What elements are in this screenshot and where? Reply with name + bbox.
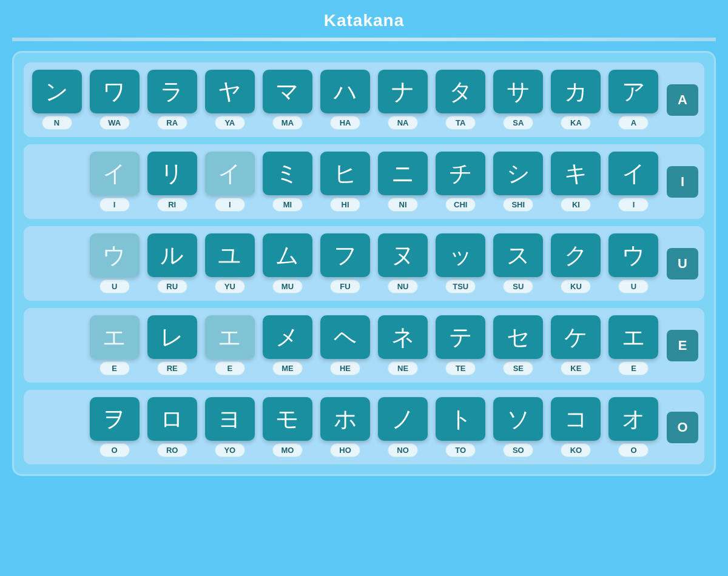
kana-character-ka: カ bbox=[551, 70, 601, 113]
kana-cell[interactable]: ルRU bbox=[145, 233, 199, 293]
romaji-label-o: O bbox=[99, 443, 130, 457]
kana-cell[interactable]: ロRO bbox=[145, 397, 199, 457]
romaji-label-u: U bbox=[99, 280, 130, 293]
kana-character-i: イ bbox=[205, 152, 255, 195]
kana-character-ke: ケ bbox=[551, 315, 601, 359]
kana-cell[interactable]: マMA bbox=[260, 70, 314, 130]
kana-cell[interactable]: ンN bbox=[30, 70, 84, 130]
kana-character-te: テ bbox=[436, 315, 485, 359]
romaji-label-hi: HI bbox=[330, 198, 360, 212]
kana-character-su: ス bbox=[493, 233, 543, 277]
romaji-label-n: N bbox=[42, 116, 72, 130]
kana-character-i: イ bbox=[90, 152, 140, 195]
kana-cell[interactable]: ノNO bbox=[376, 397, 430, 457]
kana-cell[interactable]: タTA bbox=[434, 70, 488, 130]
kana-character-o: ヲ bbox=[90, 397, 140, 441]
kana-cell[interactable]: ヲO bbox=[87, 397, 141, 457]
kana-cell[interactable]: スSU bbox=[491, 233, 545, 293]
kana-character-me: メ bbox=[263, 315, 312, 359]
romaji-label-ki: KI bbox=[561, 198, 591, 212]
kana-character-na: ナ bbox=[378, 70, 428, 113]
kana-cell[interactable]: イI bbox=[203, 152, 257, 212]
kana-cell[interactable]: エE bbox=[87, 315, 141, 375]
kana-cell[interactable]: ホHO bbox=[318, 397, 372, 457]
kana-cell[interactable]: メME bbox=[260, 315, 314, 375]
kana-cell[interactable]: ネNE bbox=[376, 315, 430, 375]
kana-character-sa: サ bbox=[493, 70, 543, 113]
kana-cell[interactable]: レRE bbox=[145, 315, 199, 375]
romaji-label-e: E bbox=[215, 361, 245, 375]
kana-cell[interactable]: ミMI bbox=[260, 152, 314, 212]
kana-cell[interactable]: ハHA bbox=[318, 70, 372, 130]
romaji-label-wa: WA bbox=[99, 116, 130, 130]
romaji-label-ke: KE bbox=[561, 361, 591, 375]
kana-cell[interactable]: カKA bbox=[549, 70, 603, 130]
kana-cell[interactable]: クKU bbox=[549, 233, 603, 293]
kana-cell[interactable]: ッTSU bbox=[434, 233, 488, 293]
kana-cell[interactable]: フFU bbox=[318, 233, 372, 293]
kana-cell[interactable]: キKI bbox=[549, 152, 603, 212]
romaji-label-chi: CHI bbox=[445, 198, 476, 212]
romaji-label-ne: NE bbox=[388, 361, 418, 375]
kana-cell[interactable]: ヘHE bbox=[318, 315, 372, 375]
kana-cell[interactable]: モMO bbox=[260, 397, 314, 457]
kana-cell[interactable]: ムMU bbox=[260, 233, 314, 293]
kana-character-mi: ミ bbox=[263, 152, 312, 195]
row-block-u: ウUルRUユYUムMUフFUヌNUッTSUスSUクKUウUU bbox=[24, 226, 704, 301]
kana-cell[interactable]: ヤYA bbox=[203, 70, 257, 130]
kana-character-wa: ワ bbox=[90, 70, 140, 113]
kana-character-yo: ヨ bbox=[205, 397, 255, 441]
romaji-label-ka: KA bbox=[561, 116, 591, 130]
kana-cell[interactable]: チCHI bbox=[434, 152, 488, 212]
romaji-label-i: I bbox=[99, 198, 130, 212]
kana-character-ri: リ bbox=[147, 152, 197, 195]
kana-cell[interactable]: サSA bbox=[491, 70, 545, 130]
kana-cell[interactable]: シSHI bbox=[491, 152, 545, 212]
kana-cell[interactable]: イI bbox=[87, 152, 141, 212]
kana-cell[interactable]: ユYU bbox=[203, 233, 257, 293]
kana-cell[interactable]: エE bbox=[203, 315, 257, 375]
romaji-label-u: U bbox=[618, 280, 649, 293]
kana-cell[interactable]: ヒHI bbox=[318, 152, 372, 212]
kana-cell[interactable]: ウU bbox=[87, 233, 141, 293]
kana-character-ne: ネ bbox=[378, 315, 428, 359]
kana-cell[interactable]: セSE bbox=[491, 315, 545, 375]
romaji-label-o: O bbox=[618, 443, 649, 457]
romaji-label-ku: KU bbox=[561, 280, 591, 293]
romaji-label-shi: SHI bbox=[503, 198, 533, 212]
kana-character-a: ア bbox=[608, 70, 658, 113]
kana-cell[interactable]: リRI bbox=[145, 152, 199, 212]
kana-cell[interactable]: イI bbox=[607, 152, 661, 212]
romaji-label-i: I bbox=[215, 198, 245, 212]
romaji-label-to: TO bbox=[445, 443, 476, 457]
kana-cell[interactable]: テTE bbox=[434, 315, 488, 375]
page-header: Katakana bbox=[0, 0, 728, 38]
row-label-i: I bbox=[667, 166, 698, 198]
kana-cell[interactable]: ナNA bbox=[376, 70, 430, 130]
kana-character-ho: ホ bbox=[320, 397, 370, 441]
kana-character-ma: マ bbox=[263, 70, 312, 113]
row-block-a: ンNワWAラRAヤYAマMAハHAナNAタTAサSAカKAアAA bbox=[24, 62, 704, 137]
kana-cell[interactable]: ケKE bbox=[549, 315, 603, 375]
kana-cell[interactable]: ウU bbox=[607, 233, 661, 293]
kana-cell[interactable]: ヌNU bbox=[376, 233, 430, 293]
kana-character-ki: キ bbox=[551, 152, 601, 195]
kana-cell[interactable]: ラRA bbox=[145, 70, 199, 130]
romaji-label-ri: RI bbox=[157, 198, 187, 212]
kana-cell[interactable]: ワWA bbox=[87, 70, 141, 130]
kana-cell[interactable]: オO bbox=[607, 397, 661, 457]
kana-character-he: ヘ bbox=[320, 315, 370, 359]
kana-cell[interactable]: トTO bbox=[434, 397, 488, 457]
romaji-label-re: RE bbox=[157, 361, 187, 375]
kana-cell[interactable]: ヨYO bbox=[203, 397, 257, 457]
kana-cell[interactable]: コKO bbox=[549, 397, 603, 457]
romaji-label-ha: HA bbox=[330, 116, 360, 130]
row-block-e: エEレREエEメMEヘHEネNEテTEセSEケKEエEE bbox=[24, 308, 704, 383]
kana-cell[interactable]: エE bbox=[607, 315, 661, 375]
kana-cell[interactable]: ソSO bbox=[491, 397, 545, 457]
romaji-label-i: I bbox=[618, 198, 649, 212]
romaji-label-ro: RO bbox=[157, 443, 187, 457]
kana-cell[interactable]: アA bbox=[607, 70, 661, 130]
kana-cell[interactable]: ニNI bbox=[376, 152, 430, 212]
romaji-label-mu: MU bbox=[272, 280, 303, 293]
